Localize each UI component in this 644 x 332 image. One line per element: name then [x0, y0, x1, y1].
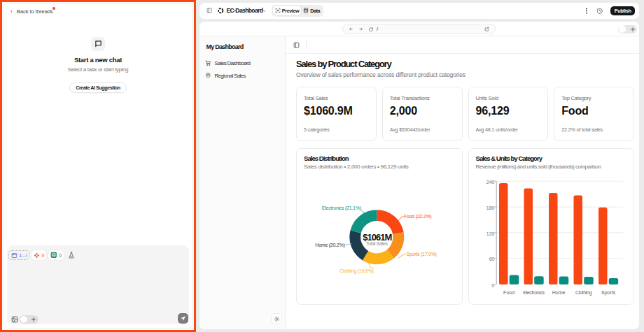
svg-text:Sports: Sports: [601, 290, 616, 296]
svg-text:180: 180: [486, 205, 495, 210]
svg-text:Food (22.2%): Food (22.2%): [404, 214, 431, 219]
svg-text:Clothing: Clothing: [575, 290, 592, 296]
svg-text:120: 120: [486, 231, 495, 236]
svg-text:Electronics: Electronics: [523, 290, 545, 295]
svg-text:Home: Home: [552, 290, 565, 295]
svg-text:Electronics (21.1%): Electronics (21.1%): [322, 205, 361, 211]
svg-text:0: 0: [491, 283, 494, 288]
svg-text:Home (20.2%): Home (20.2%): [315, 243, 344, 248]
svg-text:Sports (17.0%): Sports (17.0%): [407, 252, 437, 257]
svg-text:240: 240: [486, 180, 495, 185]
svg-text:Total Sales: Total Sales: [366, 241, 388, 246]
svg-text:60: 60: [489, 257, 494, 261]
svg-text:Clothing (19.6%): Clothing (19.6%): [340, 268, 373, 274]
svg-text:Food: Food: [503, 290, 514, 295]
